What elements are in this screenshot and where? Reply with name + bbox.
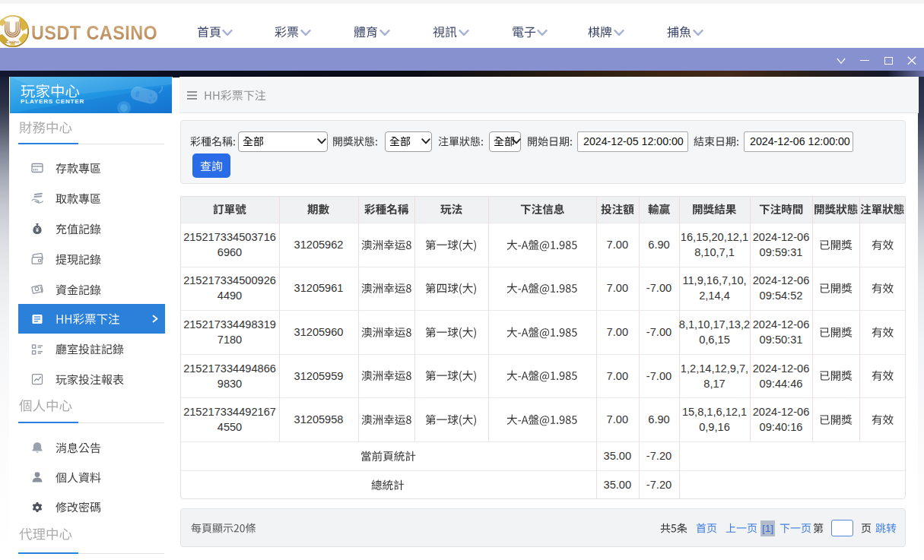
svg-text:Casino: Casino <box>6 39 19 43</box>
